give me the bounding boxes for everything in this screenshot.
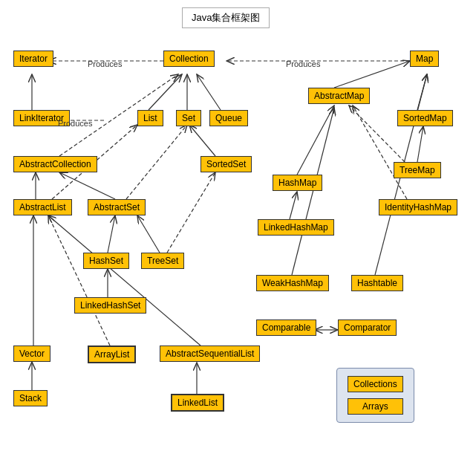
node-sortedmap: SortedMap [397, 110, 453, 126]
svg-line-27 [48, 215, 110, 345]
node-linkedlist: LinkedList [171, 394, 224, 412]
node-comparable: Comparable [256, 319, 316, 336]
svg-line-15 [297, 106, 334, 175]
node-abstractset: AbstractSet [88, 199, 146, 215]
node-weakhashmap: WeakHashMap [256, 275, 329, 291]
node-map: Map [410, 51, 439, 67]
label-produces-2: Produces [286, 59, 320, 68]
svg-line-14 [126, 125, 187, 199]
node-abstractlist: AbstractList [13, 199, 72, 215]
node-sortedset: SortedSet [200, 156, 252, 172]
svg-line-10 [189, 125, 215, 156]
svg-line-21 [137, 215, 160, 253]
svg-line-4 [149, 74, 182, 110]
node-treemap: TreeMap [394, 162, 441, 178]
node-abstractcollection: AbstractCollection [13, 156, 97, 172]
svg-line-20 [108, 215, 115, 253]
node-linkedhashmap: LinkedHashMap [258, 219, 334, 236]
svg-line-23 [292, 108, 334, 275]
svg-line-16 [417, 126, 423, 162]
node-collection: Collection [163, 51, 215, 67]
node-treeset: TreeSet [141, 253, 184, 269]
svg-line-7 [334, 61, 410, 88]
node-comparator: Comparator [338, 319, 397, 336]
node-abstractsequentiallist: AbstractSequentialList [160, 345, 260, 362]
diagram-container: Java集合框架图 Iterator Collection Map LinkIt… [0, 0, 476, 451]
svg-line-19 [290, 192, 297, 219]
title-box: Java集合框架图 [182, 7, 270, 28]
node-identityhashmap: IdentityHashMap [379, 199, 457, 215]
node-set: Set [176, 110, 201, 126]
node-list: List [137, 110, 163, 126]
label-produces-1: Produces [88, 59, 122, 68]
legend-arrays: Arrays [348, 398, 403, 415]
svg-line-6 [197, 74, 221, 110]
node-vector: Vector [13, 345, 50, 362]
node-hashmap: HashMap [273, 175, 322, 191]
node-hashtable: Hashtable [351, 275, 403, 291]
node-abstractmap: AbstractMap [308, 88, 370, 104]
node-queue: Queue [209, 110, 248, 126]
node-linkedhashset: LinkedHashSet [74, 297, 146, 314]
label-produces-3: Produces [58, 119, 92, 128]
node-stack: Stack [13, 390, 48, 406]
svg-line-22 [167, 172, 215, 253]
node-iterator: Iterator [13, 51, 53, 67]
legend-box: Collections Arrays [336, 368, 414, 423]
legend-collections: Collections [348, 376, 403, 392]
node-arraylist: ArrayList [88, 345, 136, 363]
node-hashset: HashSet [83, 253, 129, 269]
title-text: Java集合框架图 [192, 12, 260, 23]
